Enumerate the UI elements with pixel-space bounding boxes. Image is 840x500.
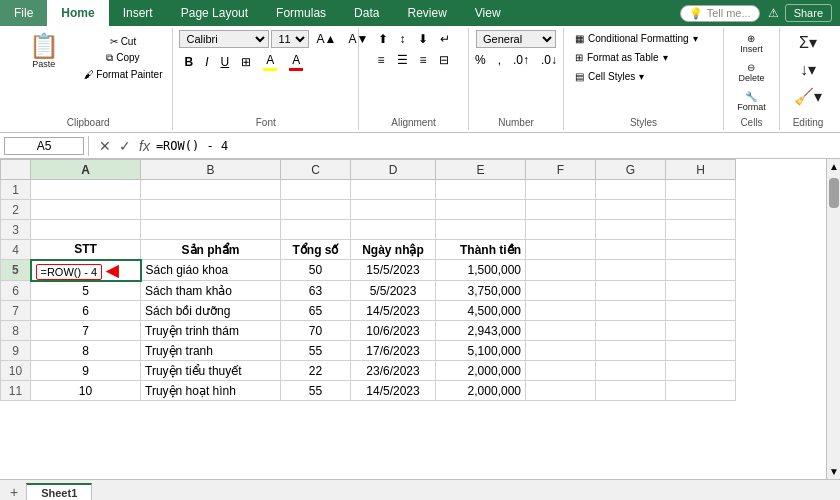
cell[interactable]: 8 (31, 341, 141, 361)
cell[interactable]: 15/5/2023 (351, 260, 436, 281)
cell[interactable]: Truyện hoạt hình (141, 381, 281, 401)
comma-button[interactable]: , (493, 51, 506, 69)
border-button[interactable]: ⊞ (236, 53, 256, 71)
cell[interactable] (596, 200, 666, 220)
cell[interactable] (31, 200, 141, 220)
cell[interactable]: 3,750,000 (436, 281, 526, 301)
cut-button[interactable]: ✂ Cut (80, 34, 167, 49)
scroll-track[interactable] (827, 174, 840, 464)
cell[interactable]: 2,000,000 (436, 381, 526, 401)
cell[interactable] (436, 220, 526, 240)
cell[interactable] (526, 321, 596, 341)
cell[interactable]: 9 (31, 361, 141, 381)
scroll-down-arrow[interactable]: ▼ (827, 464, 840, 479)
cell[interactable]: 50 (281, 260, 351, 281)
cell[interactable] (666, 361, 736, 381)
cell[interactable] (666, 341, 736, 361)
cell[interactable]: Sách giáo khoa (141, 260, 281, 281)
right-align-button[interactable]: ≡ (415, 51, 432, 69)
cell[interactable]: Truyện trinh thám (141, 321, 281, 341)
add-sheet-button[interactable]: + (4, 484, 24, 500)
row-number[interactable]: 4 (1, 240, 31, 260)
cell[interactable] (666, 180, 736, 200)
cell[interactable] (526, 200, 596, 220)
cell[interactable]: Thành tiền (436, 240, 526, 260)
fill-color-button[interactable]: A (258, 51, 282, 73)
cell[interactable] (141, 180, 281, 200)
cell[interactable] (526, 220, 596, 240)
row-number[interactable]: 6 (1, 281, 31, 301)
wrap-text-button[interactable]: ↵ (435, 30, 455, 48)
cell[interactable] (141, 200, 281, 220)
cell[interactable]: 17/6/2023 (351, 341, 436, 361)
tell-me-search[interactable]: 💡 Tell me... (680, 5, 760, 22)
cell[interactable]: 22 (281, 361, 351, 381)
cell[interactable]: Sản phẩm (141, 240, 281, 260)
cell[interactable]: 14/5/2023 (351, 381, 436, 401)
cell[interactable]: 5/5/2023 (351, 281, 436, 301)
merge-cells-button[interactable]: ⊟ (434, 51, 454, 69)
left-align-button[interactable]: ≡ (373, 51, 390, 69)
col-header-c[interactable]: C (281, 160, 351, 180)
row-number[interactable]: 2 (1, 200, 31, 220)
cell[interactable] (596, 260, 666, 281)
cell[interactable] (596, 301, 666, 321)
cell[interactable]: 4,500,000 (436, 301, 526, 321)
cell[interactable] (526, 341, 596, 361)
sheet-tab-1[interactable]: Sheet1 (26, 483, 92, 501)
cell[interactable]: Sách tham khảo (141, 281, 281, 301)
cell[interactable] (596, 180, 666, 200)
cell[interactable] (351, 220, 436, 240)
font-color-button[interactable]: A (284, 51, 308, 73)
font-name-select[interactable]: Calibri (179, 30, 269, 48)
cell[interactable]: 7 (31, 321, 141, 341)
middle-align-button[interactable]: ↕ (395, 30, 411, 48)
cell-styles-button[interactable]: ▤ Cell Styles ▾ (570, 68, 717, 85)
col-header-a[interactable]: A (31, 160, 141, 180)
cell[interactable] (526, 361, 596, 381)
cell[interactable] (596, 361, 666, 381)
row-number[interactable]: 8 (1, 321, 31, 341)
formula-input[interactable] (156, 139, 836, 153)
number-format-select[interactable]: General (476, 30, 556, 48)
increase-font-button[interactable]: A▲ (311, 30, 341, 48)
cell[interactable]: Truyện tiểu thuyết (141, 361, 281, 381)
tab-file[interactable]: File (0, 0, 47, 26)
col-header-f[interactable]: F (526, 160, 596, 180)
cell[interactable] (526, 260, 596, 281)
row-number[interactable]: 7 (1, 301, 31, 321)
bottom-align-button[interactable]: ⬇ (413, 30, 433, 48)
cell[interactable] (666, 281, 736, 301)
cell[interactable] (596, 381, 666, 401)
cell[interactable]: 63 (281, 281, 351, 301)
cell[interactable] (526, 240, 596, 260)
cell[interactable] (526, 281, 596, 301)
cell[interactable] (596, 321, 666, 341)
cell[interactable]: Tổng số (281, 240, 351, 260)
tab-view[interactable]: View (461, 0, 515, 26)
row-number[interactable]: 10 (1, 361, 31, 381)
clear-button[interactable]: 🧹▾ (789, 84, 827, 109)
cell[interactable] (666, 220, 736, 240)
cell[interactable]: 70 (281, 321, 351, 341)
cell[interactable]: 2,943,000 (436, 321, 526, 341)
cell[interactable] (526, 381, 596, 401)
cancel-formula-button[interactable]: ✕ (97, 138, 113, 154)
cell[interactable] (351, 200, 436, 220)
col-header-e[interactable]: E (436, 160, 526, 180)
sheet-scroll[interactable]: A B C D E F G H 1234STTSản phẩmTổng sốNg… (0, 159, 826, 479)
tab-data[interactable]: Data (340, 0, 393, 26)
tab-home[interactable]: Home (47, 0, 108, 26)
cell[interactable] (596, 281, 666, 301)
row-number[interactable]: 3 (1, 220, 31, 240)
cell[interactable] (666, 321, 736, 341)
cell[interactable] (31, 180, 141, 200)
cell[interactable]: 1,500,000 (436, 260, 526, 281)
format-as-table-button[interactable]: ⊞ Format as Table ▾ (570, 49, 717, 66)
cell[interactable]: STT (31, 240, 141, 260)
cell[interactable]: 5,100,000 (436, 341, 526, 361)
col-header-h[interactable]: H (666, 160, 736, 180)
cell[interactable] (281, 220, 351, 240)
insert-function-button[interactable]: fx (137, 138, 152, 154)
vertical-scrollbar[interactable]: ▲ ▼ (826, 159, 840, 479)
